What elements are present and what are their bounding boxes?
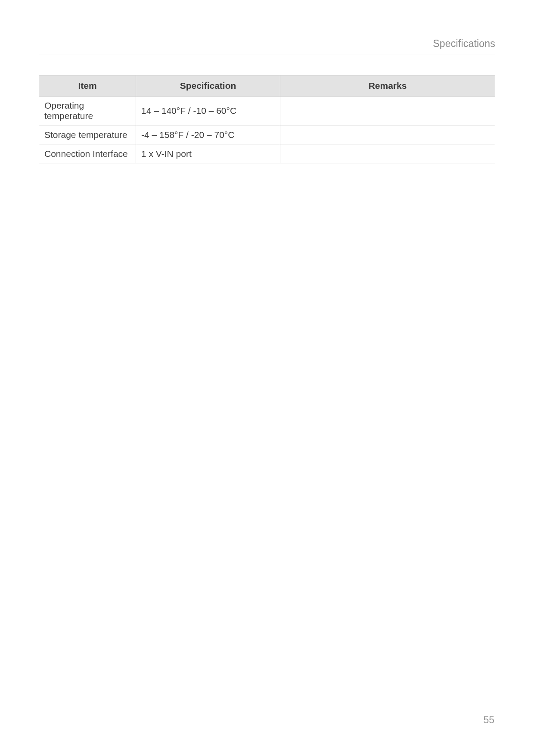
cell-spec: -4 – 158°F / -20 – 70°C	[136, 125, 280, 144]
table-row: Connection Interface 1 x V-IN port	[39, 144, 495, 163]
table-header-row: Item Specification Remarks	[39, 75, 495, 97]
cell-spec: 14 – 140°F / -10 – 60°C	[136, 97, 280, 125]
th-remarks: Remarks	[280, 75, 495, 97]
cell-item: Connection Interface	[39, 144, 136, 163]
table-row: Storage temperature -4 – 158°F / -20 – 7…	[39, 125, 495, 144]
th-spec: Specification	[136, 75, 280, 97]
cell-item: Storage temperature	[39, 125, 136, 144]
cell-remarks	[280, 125, 495, 144]
cell-remarks	[280, 97, 495, 125]
cell-spec: 1 x V-IN port	[136, 144, 280, 163]
section-title: Specifications	[433, 38, 495, 49]
page-number: 55	[483, 714, 494, 726]
cell-remarks	[280, 144, 495, 163]
cell-item: Operating temperature	[39, 97, 136, 125]
page-header: Specifications	[39, 38, 495, 54]
spec-table: Item Specification Remarks Operating tem…	[39, 75, 495, 163]
th-item: Item	[39, 75, 136, 97]
table-row: Operating temperature 14 – 140°F / -10 –…	[39, 97, 495, 125]
